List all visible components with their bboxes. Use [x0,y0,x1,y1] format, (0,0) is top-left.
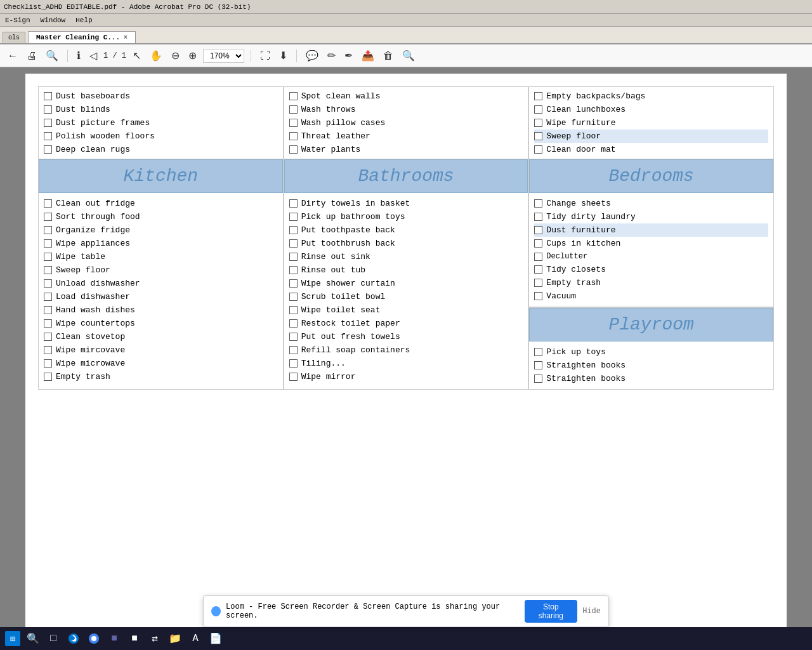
checkbox[interactable] [534,226,542,234]
item-text: Sweep floor [546,131,601,141]
sign-button[interactable]: ✒ [342,48,355,63]
checkbox[interactable] [534,292,542,300]
item-text: Dust blinds [56,105,110,114]
hand-button[interactable]: ✋ [147,48,165,63]
zoom-select[interactable]: 170% 100% 150% 200% [203,49,244,63]
checkbox[interactable] [534,348,542,356]
checkbox[interactable] [289,239,298,248]
list-item: Scrub toilet bowl [289,290,523,303]
checkbox[interactable] [534,199,542,208]
info-button[interactable]: ℹ [74,48,83,63]
checkbox[interactable] [44,359,52,368]
taskbar-files[interactable]: 📁 [167,631,183,646]
edit-button[interactable]: ✏ [325,48,338,63]
taskbar-ai[interactable]: A [188,631,203,646]
checkbox[interactable] [44,306,52,314]
checkbox[interactable] [289,306,298,314]
fit-button[interactable]: ⛶ [258,49,273,63]
checkbox[interactable] [44,253,52,261]
list-item: Rinse out tub [289,263,523,277]
taskbar-switch[interactable]: ⇄ [147,631,162,646]
checkbox[interactable] [534,132,542,140]
cursor-button[interactable]: ↖ [130,48,143,63]
checkbox[interactable] [289,145,298,154]
share-button[interactable]: 📤 [359,48,377,63]
zoom-in-button[interactable]: ⊕ [186,48,199,63]
menu-esign[interactable]: E-Sign [5,17,30,24]
checkbox[interactable] [44,145,52,154]
taskbar-chrome[interactable] [86,631,102,646]
checkbox[interactable] [534,239,542,248]
checkbox[interactable] [289,213,298,221]
checkbox[interactable] [534,279,542,287]
checkbox[interactable] [534,253,542,261]
checkbox[interactable] [44,226,52,234]
start-button[interactable]: ⊞ [5,631,20,646]
hide-label[interactable]: Hide [582,607,601,616]
checkbox[interactable] [289,226,298,234]
taskbar-edge[interactable] [66,631,81,646]
tab-close[interactable]: × [124,34,128,41]
list-item: Wipe table [44,250,278,263]
checkbox[interactable] [289,373,298,381]
delete-button[interactable]: 🗑 [381,49,396,63]
checkbox[interactable] [534,92,542,100]
checkbox[interactable] [44,92,52,100]
prev-page-button[interactable]: ◁ [87,48,100,63]
item-text: Tidy dirty laundry [546,212,635,222]
taskbar-taskview[interactable]: □ [46,631,61,646]
checkbox[interactable] [289,319,298,328]
stop-sharing-button[interactable]: Stop sharing [525,600,578,623]
list-item: Cups in kitchen [534,237,768,250]
checkbox[interactable] [289,346,298,354]
search-button[interactable]: 🔍 [43,48,61,63]
checkbox[interactable] [44,119,52,127]
checkbox[interactable] [534,375,542,383]
menu-window[interactable]: Window [41,17,66,24]
checkbox[interactable] [44,373,52,381]
checkbox[interactable] [289,199,298,208]
checkbox[interactable] [534,145,542,154]
checkbox[interactable] [534,265,542,274]
checkbox[interactable] [534,361,542,369]
taskbar-search[interactable]: 🔍 [25,631,41,646]
print-button[interactable]: 🖨 [24,49,39,63]
checkbox[interactable] [289,92,298,100]
taskbar-teams[interactable]: ■ [107,631,122,646]
checkbox[interactable] [44,105,52,114]
checkbox[interactable] [289,359,298,368]
checkbox[interactable] [534,213,542,221]
checkbox[interactable] [44,199,52,208]
taskbar-store[interactable]: ■ [127,631,142,646]
checkbox[interactable] [289,119,298,127]
checkbox[interactable] [289,132,298,140]
comment-button[interactable]: 💬 [303,48,321,63]
checkbox[interactable] [289,279,298,288]
menu-help[interactable]: Help [75,17,92,24]
taskbar-acrobat[interactable]: 📄 [208,631,223,646]
checkbox[interactable] [289,266,298,274]
playroom-title: Playroom [608,315,693,335]
checkbox[interactable] [289,105,298,114]
checkbox[interactable] [534,119,542,127]
checkbox[interactable] [289,293,298,301]
checkbox[interactable] [44,213,52,221]
checkbox[interactable] [44,239,52,248]
rotate-button[interactable]: ⬇ [277,48,290,63]
checkbox[interactable] [289,333,298,341]
checkbox[interactable] [44,279,52,288]
checkbox[interactable] [44,346,52,354]
tab-prev[interactable]: ols [3,32,25,43]
checkbox[interactable] [289,253,298,261]
checkbox[interactable] [534,105,542,114]
back-button[interactable]: ← [5,49,20,63]
zoom-out-button[interactable]: ⊖ [169,48,182,63]
item-text: Empty trash [546,278,601,288]
active-tab[interactable]: Master Cleaning C... × [28,31,136,43]
checkbox[interactable] [44,333,52,341]
checkbox[interactable] [44,132,52,140]
find-button[interactable]: 🔍 [400,48,417,63]
checkbox[interactable] [44,319,52,328]
checkbox[interactable] [44,266,52,274]
checkbox[interactable] [44,293,52,301]
